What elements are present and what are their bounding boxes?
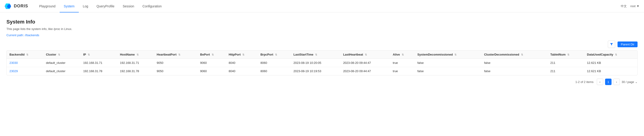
cell-hostname: 192.168.31.78 [117,67,154,76]
cell-beport: 9060 [198,59,226,67]
main-nav: Playground System Log QueryProfile Sessi… [35,0,166,12]
sort-arrows-backendid: ⇅ [26,53,28,56]
cell-backendid[interactable]: 23029 [7,67,43,76]
page-size-label: 30 / page [622,80,634,84]
cell-ip: 192.168.31.78 [80,67,117,76]
col-lastheartbeat[interactable]: LastHeartbeat ⇅ [340,50,390,59]
cell-brpcport: 8060 [258,67,291,76]
cell-hostname: 192.168.31.71 [117,59,154,67]
cell-heartbeatport: 9050 [154,59,198,67]
cell-lastheartbeat: 2023-08-20 09:44:47 [340,67,390,76]
table-header: BackendId ⇅ Cluster ⇅ IP ⇅ HostName ⇅ He… [7,50,637,59]
main-content: System Info This page lists the system i… [0,12,644,90]
page-title: System Info [6,19,638,25]
cell-clusterdecommissioned: false [482,59,548,67]
sort-arrows-hostname: ⇅ [136,53,139,56]
cell-ip: 192.168.31.71 [80,59,117,67]
col-httpport[interactable]: HttpPort ⇅ [226,50,258,59]
sort-arrows-tabletnum: ⇅ [567,53,569,56]
col-heartbeatport[interactable]: HeartbeatPort ⇅ [154,50,198,59]
cell-lastheartbeat: 2023-08-20 09:44:47 [340,59,390,67]
cell-alive: true [390,59,414,67]
table-row: 23030default_cluster192.168.31.71192.168… [7,59,637,67]
cell-tabletnum: 211 [548,59,584,67]
col-beport[interactable]: BePort ⇅ [198,50,226,59]
cell-laststarttime: 2023-08-19 10:19:53 [291,67,340,76]
parent-dir-button[interactable]: Parent Dir [618,42,638,47]
cell-datausedcapacity: 12.621 KB [584,59,637,67]
cell-brpcport: 8060 [258,59,291,67]
cell-clusterdecommissioned: false [482,67,548,76]
table-body: 23030default_cluster192.168.31.71192.168… [7,59,637,76]
cell-laststarttime: 2023-08-19 10:20:05 [291,59,340,67]
cell-systemdecommissioned: false [414,67,482,76]
sort-arrows-systemdecommissioned: ⇅ [454,53,456,56]
cell-beport: 9060 [198,67,226,76]
cell-heartbeatport: 9050 [154,67,198,76]
page-size-selector[interactable]: 30 / page ⌄ [622,80,638,84]
cell-httpport: 8040 [226,67,258,76]
col-systemdecommissioned[interactable]: SystemDecommissioned ⇅ [414,50,482,59]
sort-arrows-cluster: ⇅ [58,53,60,56]
filter-button[interactable] [608,40,615,48]
pagination-next[interactable]: › [613,78,620,85]
cell-cluster: default_cluster [43,59,80,67]
language-switcher[interactable]: 中文 [621,4,627,8]
cell-systemdecommissioned: false [414,59,482,67]
sort-arrows-ip: ⇅ [88,53,90,56]
pagination-summary: 1-2 of 2 items [575,80,594,84]
header: DORIS Playground System Log QueryProfile… [0,0,644,12]
logo: DORIS [4,2,28,10]
user-dropdown-icon: ▼ [636,4,640,8]
nav-configuration[interactable]: Configuration [138,0,166,12]
user-menu[interactable]: root ▼ [630,4,640,8]
toolbar: Parent Dir [6,40,638,48]
sort-arrows-brpcport: ⇅ [275,53,277,56]
col-ip[interactable]: IP ⇅ [80,50,117,59]
sort-arrows-laststarttime: ⇅ [315,53,317,56]
sort-arrows-alive: ⇅ [402,53,404,56]
cell-httpport: 8040 [226,59,258,67]
col-alive[interactable]: Alive ⇅ [390,50,414,59]
data-table: BackendId ⇅ Cluster ⇅ IP ⇅ HostName ⇅ He… [6,50,638,76]
sort-arrows-datausedcapacity: ⇅ [615,53,617,56]
col-datausedcapacity[interactable]: DataUsedCapacity ⇅ [584,50,637,59]
pagination: 1-2 of 2 items ‹ 1 › 30 / page ⌄ [6,78,638,85]
pagination-prev[interactable]: ‹ [597,78,603,85]
cell-backendid[interactable]: 23030 [7,59,43,67]
table-row: 23029default_cluster192.168.31.78192.168… [7,67,637,76]
cell-alive: true [390,67,414,76]
backends-table: BackendId ⇅ Cluster ⇅ IP ⇅ HostName ⇅ He… [7,50,637,75]
cell-cluster: default_cluster [43,67,80,76]
header-right: 中文 root ▼ [621,4,640,8]
col-cluster[interactable]: Cluster ⇅ [43,50,80,59]
cell-datausedcapacity: 12.621 KB [584,67,637,76]
col-laststarttime[interactable]: LastStartTime ⇅ [291,50,340,59]
filter-icon [610,43,613,46]
nav-system[interactable]: System [60,0,79,12]
cell-tabletnum: 211 [548,67,584,76]
nav-queryprofile[interactable]: QueryProfile [92,0,118,12]
page-description: This page lists the system info, like /p… [6,27,638,31]
nav-log[interactable]: Log [79,0,92,12]
sort-arrows-beport: ⇅ [212,53,214,56]
col-backendid[interactable]: BackendId ⇅ [7,50,43,59]
sort-arrows-heartbeatport: ⇅ [178,53,180,56]
nav-session[interactable]: Session [118,0,138,12]
current-path[interactable]: Current path: //backends [6,34,638,37]
sort-arrows-httpport: ⇅ [242,53,244,56]
col-tabletnum[interactable]: TabletNum ⇅ [548,50,584,59]
user-name: root [630,4,636,8]
col-hostname[interactable]: HostName ⇅ [117,50,154,59]
logo-text: DORIS [14,4,28,8]
doris-logo-icon [4,2,12,10]
pagination-page-1[interactable]: 1 [605,78,612,85]
col-brpcport[interactable]: BrpcPort ⇅ [258,50,291,59]
nav-playground[interactable]: Playground [35,0,60,12]
sort-arrows-lastheartbeat: ⇅ [365,53,367,56]
sort-arrows-clusterdecommissioned: ⇅ [521,53,523,56]
col-clusterdecommissioned[interactable]: ClusterDecommissioned ⇅ [482,50,548,59]
page-size-arrow: ⌄ [635,80,638,84]
